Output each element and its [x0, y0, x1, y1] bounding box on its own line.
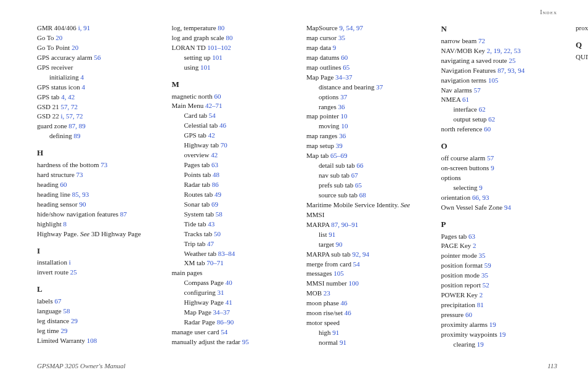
index-page-ref[interactable]: 90	[336, 241, 343, 248]
index-page-ref[interactable]: 34–37	[213, 308, 231, 316]
index-page-ref[interactable]: 9	[479, 184, 483, 191]
index-page-ref[interactable]: 60	[341, 54, 348, 61]
index-page-ref[interactable]: 100	[348, 279, 359, 287]
index-page-ref[interactable]: 36	[338, 103, 345, 110]
index-page-ref[interactable]: 60	[214, 93, 221, 100]
index-page-ref[interactable]: 105	[488, 76, 499, 84]
index-page-ref[interactable]: 25	[508, 57, 515, 64]
index-page-ref[interactable]: 70–71	[206, 259, 224, 266]
index-page-ref[interactable]: 42–71	[205, 102, 223, 109]
index-page-ref[interactable]: 101	[200, 64, 211, 71]
index-page-ref[interactable]: 41	[226, 299, 232, 306]
index-page-ref[interactable]: 85, 93	[72, 191, 89, 198]
index-page-ref[interactable]: 59	[484, 262, 491, 269]
index-page-ref[interactable]: 4	[81, 83, 85, 91]
index-page-ref[interactable]: 42	[211, 151, 218, 159]
index-page-ref[interactable]: 50	[214, 230, 221, 237]
index-page-ref[interactable]: 108	[87, 337, 97, 344]
index-page-ref[interactable]: 86–90	[217, 318, 234, 326]
index-page-ref[interactable]: 67	[54, 297, 61, 305]
index-page-ref[interactable]: 40	[226, 279, 232, 286]
index-page-ref[interactable]: 36	[339, 132, 346, 139]
index-page-ref[interactable]: 4	[80, 73, 84, 81]
index-page-ref[interactable]: 61	[462, 96, 469, 103]
index-page-ref[interactable]: 65–69	[330, 152, 348, 159]
index-page-ref[interactable]: 9, 54, 97	[339, 24, 363, 31]
index-page-ref[interactable]: 46	[341, 299, 348, 307]
index-page-ref[interactable]: 54	[209, 112, 216, 119]
index-page-ref[interactable]: i, 91	[78, 24, 91, 31]
index-page-ref[interactable]: 87	[120, 210, 127, 218]
index-page-ref[interactable]: 34–37	[335, 73, 353, 81]
index-page-ref[interactable]: 69	[211, 200, 218, 208]
index-page-ref[interactable]: 60	[484, 125, 491, 133]
index-page-ref[interactable]: 39	[336, 142, 343, 149]
index-page-ref[interactable]: 42	[208, 131, 215, 139]
index-page-ref[interactable]: 37	[376, 83, 383, 91]
index-page-ref[interactable]: 31	[218, 289, 224, 296]
index-page-ref[interactable]: 91	[340, 339, 346, 346]
index-page-ref[interactable]: 66	[356, 162, 363, 169]
index-page-ref[interactable]: 87, 93, 94	[497, 67, 525, 74]
index-page-ref[interactable]: 20	[55, 34, 62, 41]
index-page-ref[interactable]: 2, 19, 22, 53	[487, 47, 521, 54]
index-page-ref[interactable]: 49	[214, 191, 221, 198]
index-page-ref[interactable]: 62	[488, 115, 495, 123]
index-page-ref[interactable]: i, 57, 72	[61, 112, 83, 120]
index-page-ref[interactable]: 57	[487, 154, 494, 162]
index-page-ref[interactable]: 48	[213, 171, 219, 178]
index-page-ref[interactable]: 37	[340, 93, 347, 101]
index-page-ref[interactable]: 91	[329, 231, 335, 238]
index-page-ref[interactable]: 2	[473, 242, 476, 249]
index-page-ref[interactable]: 62	[479, 105, 486, 113]
index-page-ref[interactable]: 29	[71, 317, 78, 324]
index-page-ref[interactable]: 20	[71, 44, 78, 51]
index-page-ref[interactable]: 25	[70, 268, 77, 276]
index-page-ref[interactable]: 23	[324, 289, 330, 297]
index-page-ref[interactable]: 83–84	[218, 250, 235, 257]
index-page-ref[interactable]: 101–102	[207, 44, 231, 51]
index-page-ref[interactable]: 60	[465, 311, 472, 318]
index-page-ref[interactable]: 57	[474, 86, 481, 94]
index-page-ref[interactable]: 60	[60, 181, 67, 188]
index-page-ref[interactable]: 92, 94	[352, 250, 369, 258]
index-page-ref[interactable]: 10	[341, 122, 348, 130]
index-page-ref[interactable]: 35	[481, 271, 488, 279]
index-page-ref[interactable]: 70	[221, 141, 227, 149]
index-page-ref[interactable]: 87, 89	[68, 122, 86, 130]
index-page-ref[interactable]: 46	[345, 309, 351, 316]
index-page-ref[interactable]: 73	[100, 161, 107, 168]
index-page-ref[interactable]: 66, 93	[472, 194, 489, 201]
index-page-ref[interactable]: 80	[218, 24, 224, 31]
index-page-ref[interactable]: 54	[221, 328, 227, 336]
index-page-ref[interactable]: 58	[63, 307, 70, 315]
index-page-ref[interactable]: 43	[208, 220, 214, 228]
index-page-ref[interactable]: 63	[211, 161, 218, 168]
index-page-ref[interactable]: 47	[207, 240, 214, 247]
index-page-ref[interactable]: 4, 42	[61, 93, 75, 101]
index-page-ref[interactable]: 54	[353, 260, 360, 268]
index-page-ref[interactable]: i	[69, 258, 71, 266]
index-page-ref[interactable]: 35	[338, 34, 345, 41]
index-page-ref[interactable]: 9	[333, 44, 337, 51]
index-page-ref[interactable]: 90	[79, 200, 86, 208]
index-page-ref[interactable]: 56	[94, 54, 101, 61]
index-page-ref[interactable]: 29	[61, 327, 68, 334]
index-page-ref[interactable]: 19	[477, 340, 484, 348]
index-page-ref[interactable]: 2	[480, 291, 483, 299]
index-page-ref[interactable]: 57, 72	[61, 103, 78, 110]
index-page-ref[interactable]: 95	[242, 338, 249, 345]
index-page-ref[interactable]: 67	[351, 171, 358, 179]
index-page-ref[interactable]: 81	[477, 301, 484, 308]
index-page-ref[interactable]: 46	[219, 121, 226, 129]
index-page-ref[interactable]: 68	[359, 191, 366, 199]
index-page-ref[interactable]: 52	[483, 281, 489, 289]
index-page-ref[interactable]: 89	[73, 132, 80, 139]
index-page-ref[interactable]: 8	[63, 220, 67, 228]
index-page-ref[interactable]: 65	[355, 181, 362, 189]
index-page-ref[interactable]: 73	[76, 171, 83, 178]
index-page-ref[interactable]: 80	[226, 34, 232, 41]
index-page-ref[interactable]: 105	[333, 270, 344, 277]
index-page-ref[interactable]: 58	[216, 210, 223, 218]
index-page-ref[interactable]: 10	[341, 112, 348, 120]
